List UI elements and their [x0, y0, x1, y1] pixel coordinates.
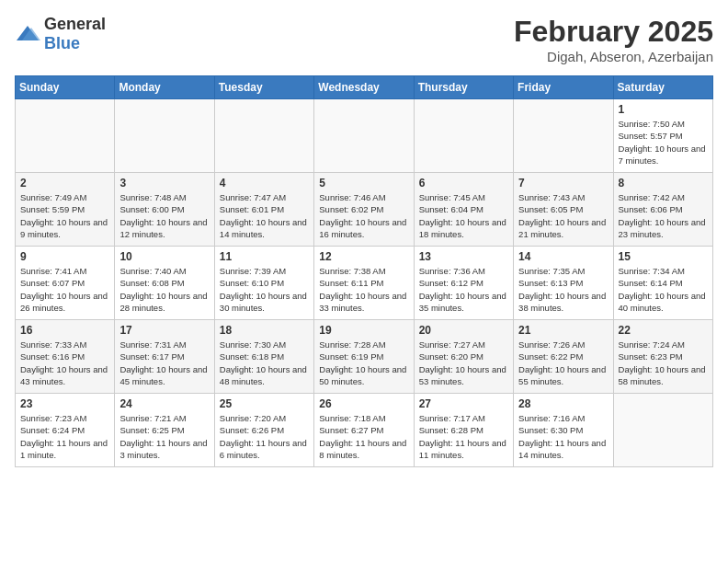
day-info: Sunrise: 7:33 AM Sunset: 6:16 PM Dayligh… — [20, 339, 109, 387]
day-info: Sunrise: 7:21 AM Sunset: 6:25 PM Dayligh… — [119, 412, 209, 461]
day-number: 12 — [319, 250, 408, 263]
weekday-header-row: SundayMondayTuesdayWednesdayThursdayFrid… — [16, 76, 713, 99]
day-number: 27 — [419, 397, 508, 410]
day-info: Sunrise: 7:42 AM Sunset: 6:06 PM Dayligh… — [619, 191, 708, 240]
day-number: 21 — [518, 324, 608, 337]
day-cell: 18Sunrise: 7:30 AM Sunset: 6:18 PM Dayli… — [214, 320, 313, 394]
day-number: 11 — [220, 250, 309, 263]
day-cell: 4Sunrise: 7:47 AM Sunset: 6:01 PM Daylig… — [214, 173, 313, 247]
day-cell: 5Sunrise: 7:46 AM Sunset: 6:02 PM Daylig… — [314, 173, 414, 247]
weekday-header-thursday: Thursday — [414, 76, 513, 99]
day-number: 25 — [220, 397, 309, 410]
day-number: 16 — [20, 324, 109, 337]
day-info: Sunrise: 7:17 AM Sunset: 6:28 PM Dayligh… — [419, 412, 508, 461]
day-number: 6 — [419, 177, 508, 190]
day-cell: 14Sunrise: 7:35 AM Sunset: 6:13 PM Dayli… — [514, 247, 613, 320]
day-info: Sunrise: 7:49 AM Sunset: 5:59 PM Dayligh… — [20, 191, 109, 240]
day-cell — [314, 99, 414, 173]
weekday-header-saturday: Saturday — [613, 76, 712, 99]
day-number: 22 — [619, 324, 708, 337]
day-cell: 10Sunrise: 7:40 AM Sunset: 6:08 PM Dayli… — [115, 247, 214, 320]
logo-text: General Blue — [44, 15, 106, 53]
day-info: Sunrise: 7:20 AM Sunset: 6:26 PM Dayligh… — [220, 412, 309, 461]
weekday-header-sunday: Sunday — [16, 76, 115, 99]
day-cell — [214, 99, 313, 173]
day-info: Sunrise: 7:27 AM Sunset: 6:20 PM Dayligh… — [419, 339, 508, 387]
day-cell: 20Sunrise: 7:27 AM Sunset: 6:20 PM Dayli… — [414, 320, 513, 394]
day-cell: 9Sunrise: 7:41 AM Sunset: 6:07 PM Daylig… — [16, 247, 115, 320]
logo: General Blue — [15, 15, 106, 53]
day-number: 10 — [119, 250, 209, 263]
day-cell: 27Sunrise: 7:17 AM Sunset: 6:28 PM Dayli… — [414, 394, 513, 467]
day-info: Sunrise: 7:26 AM Sunset: 6:22 PM Dayligh… — [518, 339, 608, 387]
day-number: 28 — [518, 397, 608, 410]
day-number: 7 — [518, 177, 608, 190]
day-number: 17 — [119, 324, 209, 337]
day-number: 20 — [419, 324, 508, 337]
day-cell: 3Sunrise: 7:48 AM Sunset: 6:00 PM Daylig… — [115, 173, 214, 247]
logo-blue: Blue — [44, 34, 80, 52]
month-year: February 2025 — [514, 15, 713, 49]
day-info: Sunrise: 7:38 AM Sunset: 6:11 PM Dayligh… — [319, 265, 408, 314]
day-number: 26 — [319, 397, 408, 410]
day-info: Sunrise: 7:31 AM Sunset: 6:17 PM Dayligh… — [119, 339, 209, 387]
page-header: General Blue February 2025 Digah, Absero… — [15, 15, 713, 64]
day-number: 1 — [619, 103, 708, 116]
day-info: Sunrise: 7:23 AM Sunset: 6:24 PM Dayligh… — [20, 412, 109, 461]
day-cell: 13Sunrise: 7:36 AM Sunset: 6:12 PM Dayli… — [414, 247, 513, 320]
day-number: 19 — [319, 324, 408, 337]
day-info: Sunrise: 7:41 AM Sunset: 6:07 PM Dayligh… — [20, 265, 109, 314]
day-cell — [115, 99, 214, 173]
day-number: 9 — [20, 250, 109, 263]
day-number: 18 — [220, 324, 309, 337]
weekday-header-friday: Friday — [514, 76, 613, 99]
day-number: 15 — [619, 250, 708, 263]
day-number: 24 — [119, 397, 209, 410]
weekday-header-monday: Monday — [115, 76, 214, 99]
day-info: Sunrise: 7:18 AM Sunset: 6:27 PM Dayligh… — [319, 412, 408, 461]
day-cell: 24Sunrise: 7:21 AM Sunset: 6:25 PM Dayli… — [115, 394, 214, 467]
day-number: 5 — [319, 177, 408, 190]
day-cell: 1Sunrise: 7:50 AM Sunset: 5:57 PM Daylig… — [613, 99, 712, 173]
day-cell: 28Sunrise: 7:16 AM Sunset: 6:30 PM Dayli… — [514, 394, 613, 467]
week-row-5: 23Sunrise: 7:23 AM Sunset: 6:24 PM Dayli… — [16, 394, 713, 467]
day-cell: 12Sunrise: 7:38 AM Sunset: 6:11 PM Dayli… — [314, 247, 414, 320]
day-info: Sunrise: 7:16 AM Sunset: 6:30 PM Dayligh… — [518, 412, 608, 461]
day-info: Sunrise: 7:28 AM Sunset: 6:19 PM Dayligh… — [319, 339, 408, 387]
day-cell: 23Sunrise: 7:23 AM Sunset: 6:24 PM Dayli… — [16, 394, 115, 467]
day-info: Sunrise: 7:24 AM Sunset: 6:23 PM Dayligh… — [619, 339, 708, 387]
day-cell: 21Sunrise: 7:26 AM Sunset: 6:22 PM Dayli… — [514, 320, 613, 394]
weekday-header-wednesday: Wednesday — [314, 76, 414, 99]
day-cell: 16Sunrise: 7:33 AM Sunset: 6:16 PM Dayli… — [16, 320, 115, 394]
day-cell: 6Sunrise: 7:45 AM Sunset: 6:04 PM Daylig… — [414, 173, 513, 247]
day-info: Sunrise: 7:40 AM Sunset: 6:08 PM Dayligh… — [119, 265, 209, 314]
week-row-2: 2Sunrise: 7:49 AM Sunset: 5:59 PM Daylig… — [16, 173, 713, 247]
day-cell: 25Sunrise: 7:20 AM Sunset: 6:26 PM Dayli… — [214, 394, 313, 467]
day-number: 14 — [518, 250, 608, 263]
day-number: 13 — [419, 250, 508, 263]
day-cell: 22Sunrise: 7:24 AM Sunset: 6:23 PM Dayli… — [613, 320, 712, 394]
day-info: Sunrise: 7:47 AM Sunset: 6:01 PM Dayligh… — [220, 191, 309, 240]
day-info: Sunrise: 7:45 AM Sunset: 6:04 PM Dayligh… — [419, 191, 508, 240]
day-cell: 26Sunrise: 7:18 AM Sunset: 6:27 PM Dayli… — [314, 394, 414, 467]
day-cell: 11Sunrise: 7:39 AM Sunset: 6:10 PM Dayli… — [214, 247, 313, 320]
logo-icon — [15, 24, 40, 44]
day-info: Sunrise: 7:35 AM Sunset: 6:13 PM Dayligh… — [518, 265, 608, 314]
day-number: 8 — [619, 177, 708, 190]
day-number: 2 — [20, 177, 109, 190]
day-cell — [613, 394, 712, 467]
day-cell: 19Sunrise: 7:28 AM Sunset: 6:19 PM Dayli… — [314, 320, 414, 394]
week-row-1: 1Sunrise: 7:50 AM Sunset: 5:57 PM Daylig… — [16, 99, 713, 173]
week-row-4: 16Sunrise: 7:33 AM Sunset: 6:16 PM Dayli… — [16, 320, 713, 394]
week-row-3: 9Sunrise: 7:41 AM Sunset: 6:07 PM Daylig… — [16, 247, 713, 320]
day-number: 3 — [119, 177, 209, 190]
day-cell — [514, 99, 613, 173]
logo-general: General — [44, 15, 106, 33]
day-cell: 2Sunrise: 7:49 AM Sunset: 5:59 PM Daylig… — [16, 173, 115, 247]
day-cell — [414, 99, 513, 173]
day-cell — [16, 99, 115, 173]
title-area: February 2025 Digah, Abseron, Azerbaijan — [514, 15, 713, 64]
day-info: Sunrise: 7:48 AM Sunset: 6:00 PM Dayligh… — [119, 191, 209, 240]
day-info: Sunrise: 7:50 AM Sunset: 5:57 PM Dayligh… — [619, 118, 708, 167]
day-number: 23 — [20, 397, 109, 410]
